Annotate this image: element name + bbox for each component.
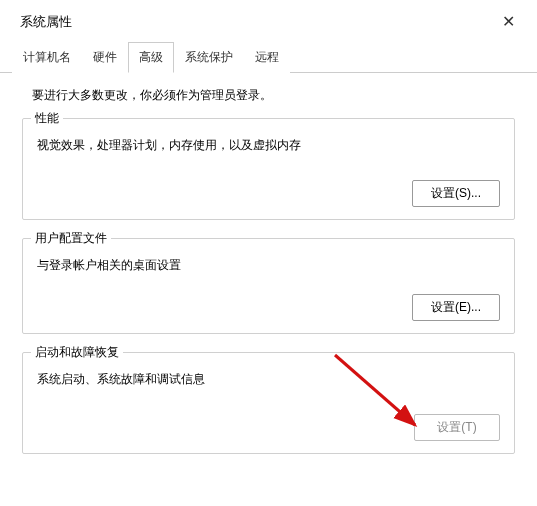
group-user-profiles-desc: 与登录帐户相关的桌面设置	[37, 257, 500, 274]
group-performance: 性能 视觉效果，处理器计划，内存使用，以及虚拟内存 设置(S)...	[22, 118, 515, 220]
tab-advanced[interactable]: 高级	[128, 42, 174, 73]
group-startup-recovery-desc: 系统启动、系统故障和调试信息	[37, 371, 500, 388]
group-user-profiles-legend: 用户配置文件	[31, 230, 111, 247]
tab-computer-name[interactable]: 计算机名	[12, 42, 82, 73]
group-startup-recovery: 启动和故障恢复 系统启动、系统故障和调试信息 设置(T)	[22, 352, 515, 454]
tab-hardware[interactable]: 硬件	[82, 42, 128, 73]
profiles-settings-button[interactable]: 设置(E)...	[412, 294, 500, 321]
group-startup-recovery-buttons: 设置(T)	[37, 414, 500, 441]
titlebar: 系统属性 ✕	[0, 0, 537, 41]
close-icon[interactable]: ✕	[496, 10, 521, 33]
tab-remote[interactable]: 远程	[244, 42, 290, 73]
window-title: 系统属性	[20, 13, 72, 31]
tab-content: 要进行大多数更改，你必须作为管理员登录。 性能 视觉效果，处理器计划，内存使用，…	[0, 73, 537, 454]
group-user-profiles-buttons: 设置(E)...	[37, 294, 500, 321]
tabstrip: 计算机名 硬件 高级 系统保护 远程	[0, 41, 537, 73]
group-performance-legend: 性能	[31, 110, 63, 127]
performance-settings-button[interactable]: 设置(S)...	[412, 180, 500, 207]
group-performance-buttons: 设置(S)...	[37, 180, 500, 207]
group-startup-recovery-legend: 启动和故障恢复	[31, 344, 123, 361]
group-user-profiles: 用户配置文件 与登录帐户相关的桌面设置 设置(E)...	[22, 238, 515, 334]
admin-notice-text: 要进行大多数更改，你必须作为管理员登录。	[22, 87, 515, 104]
tab-system-protection[interactable]: 系统保护	[174, 42, 244, 73]
group-performance-desc: 视觉效果，处理器计划，内存使用，以及虚拟内存	[37, 137, 500, 154]
startup-settings-button[interactable]: 设置(T)	[414, 414, 500, 441]
